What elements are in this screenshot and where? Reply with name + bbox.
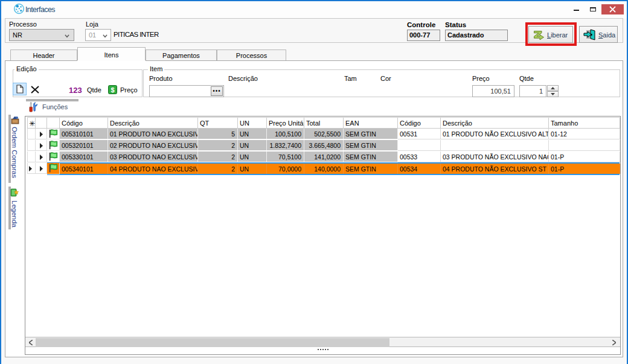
svg-text:$: $ — [111, 86, 114, 94]
